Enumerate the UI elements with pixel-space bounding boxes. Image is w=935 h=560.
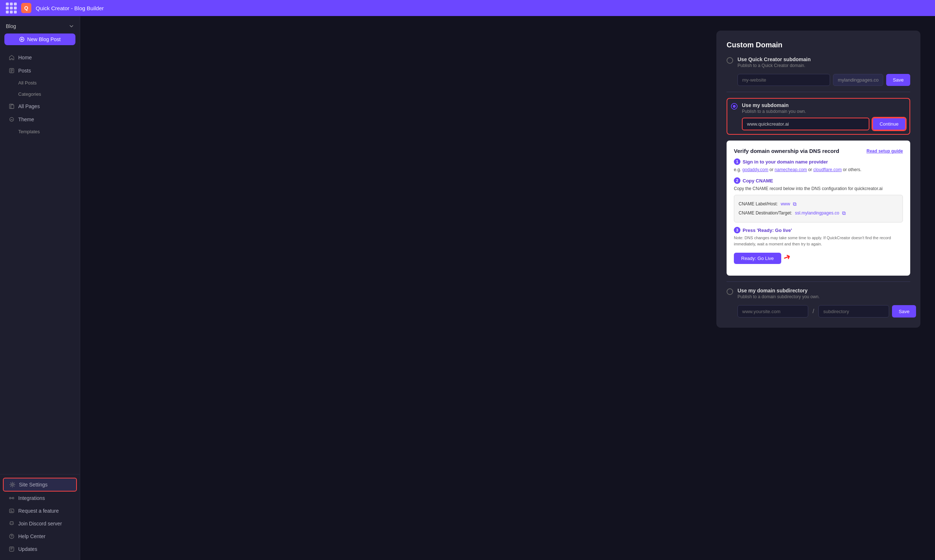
dns-step-1: 1 Sign in to your domain name provider e…: [734, 158, 903, 173]
sidebar-item-updates[interactable]: Updates: [3, 543, 77, 555]
app-logo: Q: [21, 3, 31, 13]
main-content: Custom Domain Use Quick Creator subdomai…: [80, 16, 935, 560]
cloudflare-link[interactable]: cloudflare.com: [813, 167, 842, 172]
sidebar-item-all-pages[interactable]: All Pages: [3, 100, 77, 112]
quick-creator-suffix: mylandingpages.co: [833, 74, 883, 86]
layout: Blog New Blog Post Home Posts: [0, 16, 935, 560]
namecheap-link[interactable]: namecheap.com: [775, 167, 807, 172]
option-subdirectory-label: Use my domain subdirectory: [738, 288, 819, 294]
quick-creator-save-button[interactable]: Save: [886, 74, 910, 86]
copy-label-icon[interactable]: ⧉: [793, 200, 796, 209]
sidebar-item-all-posts[interactable]: All Posts: [3, 78, 77, 88]
cname-label-val: www: [781, 200, 790, 208]
svg-point-12: [11, 537, 12, 538]
divider-2: [727, 282, 910, 282]
radio-my-subdomain[interactable]: [731, 103, 738, 109]
dns-step-3: 3 Press 'Ready: Go live' Note: DNS chang…: [734, 227, 903, 264]
dns-step-3-title: 3 Press 'Ready: Go live': [734, 227, 903, 233]
radio-quick-creator[interactable]: [727, 57, 733, 64]
feature-icon: [9, 508, 15, 514]
cname-dest-val: ssl.mylandingpages.co: [795, 209, 839, 217]
sidebar-item-discord[interactable]: Join Discord server: [3, 517, 77, 530]
slash-separator: /: [811, 305, 816, 317]
dns-verification-box: Verify domain ownership via DNS record R…: [727, 140, 910, 275]
svg-rect-3: [11, 105, 14, 109]
cname-box: CNAME Label/Host: www ⧉ CNAME Destinatio…: [734, 195, 903, 223]
svg-rect-8: [9, 509, 14, 513]
subdomain-input-row: Continue: [742, 118, 906, 130]
chevron-down-icon: [69, 24, 74, 29]
sidebar-bottom: Site Settings Integrations Request a fea…: [0, 474, 80, 555]
quick-creator-input-row: mylandingpages.co Save: [738, 74, 910, 86]
grid-icon[interactable]: [6, 3, 17, 14]
option-my-subdomain-desc: Publish to a subdomain you own.: [742, 109, 806, 114]
new-blog-post-button[interactable]: New Blog Post: [5, 34, 76, 45]
subdirectory-save-button[interactable]: Save: [892, 305, 916, 317]
godaddy-link[interactable]: godaddy.com: [742, 167, 768, 172]
dns-step-2-title: 2 Copy CNAME: [734, 177, 903, 184]
sidebar-item-posts[interactable]: Posts: [3, 65, 77, 77]
sidebar-item-request-feature[interactable]: Request a feature: [3, 505, 77, 517]
dns-step-2: 2 Copy CNAME Copy the CNAME record below…: [734, 177, 903, 223]
cname-dest-row: CNAME Destination/Target: ssl.mylandingp…: [739, 209, 898, 218]
updates-icon: [9, 546, 15, 552]
divider-1: [727, 92, 910, 92]
copy-dest-icon[interactable]: ⧉: [842, 209, 846, 218]
svg-point-5: [12, 484, 14, 486]
subdirectory-path-input[interactable]: [818, 305, 889, 317]
read-setup-guide-link[interactable]: Read setup guide: [867, 149, 903, 154]
discord-icon: [9, 521, 15, 526]
dns-note-text: Note: DNS changes may take some time to …: [734, 235, 903, 247]
sidebar-item-help-center[interactable]: Help Center: [3, 530, 77, 543]
dns-step-1-title: 1 Sign in to your domain name provider: [734, 158, 903, 165]
posts-icon: [9, 68, 15, 74]
option-domain-subdirectory: Use my domain subdirectory Publish to a …: [727, 288, 910, 299]
sidebar-item-site-settings[interactable]: Site Settings: [3, 478, 77, 492]
integrations-icon: [9, 495, 15, 501]
domain-panel: Custom Domain Use Quick Creator subdomai…: [716, 31, 920, 328]
go-live-button[interactable]: Ready: Go Live: [734, 253, 781, 264]
dns-step-1-body: e.g. godaddy.com or namecheap.com or clo…: [734, 166, 903, 173]
subdomain-option-container: Use my subdomain Publish to a subdomain …: [727, 98, 910, 135]
topbar: Q Quick Creator - Blog Builder: [0, 0, 935, 16]
sidebar-item-home[interactable]: Home: [3, 51, 77, 64]
subdomain-input[interactable]: [742, 118, 869, 130]
sidebar: Blog New Blog Post Home Posts: [0, 16, 80, 560]
home-icon: [9, 55, 15, 60]
radio-domain-subdirectory[interactable]: [727, 288, 733, 295]
sidebar-item-integrations[interactable]: Integrations: [3, 492, 77, 504]
sidebar-item-categories[interactable]: Categories: [3, 89, 77, 99]
theme-icon: [9, 117, 15, 122]
option-quick-creator-desc: Publish to a Quick Creator domain.: [738, 63, 811, 68]
subdirectory-domain-input[interactable]: [738, 305, 808, 317]
option-my-subdomain: Use my subdomain Publish to a subdomain …: [731, 102, 906, 114]
option-quick-creator-label: Use Quick Creator subdomain: [738, 57, 811, 62]
dns-step-2-body: Copy the CNAME record below into the DNS…: [734, 185, 903, 192]
settings-icon: [9, 482, 15, 488]
help-icon: [9, 534, 15, 539]
pages-icon: [9, 103, 15, 109]
sidebar-item-theme[interactable]: Theme: [3, 113, 77, 126]
option-subdirectory-desc: Publish to a domain subdirectory you own…: [738, 294, 819, 299]
sidebar-blog-header[interactable]: Blog: [0, 20, 80, 34]
option-my-subdomain-label: Use my subdomain: [742, 102, 806, 108]
option-quick-creator: Use Quick Creator subdomain Publish to a…: [727, 57, 910, 68]
cname-label-row: CNAME Label/Host: www ⧉: [739, 200, 898, 209]
quick-creator-input[interactable]: [738, 74, 830, 86]
continue-button[interactable]: Continue: [872, 118, 906, 130]
svg-point-10: [12, 523, 13, 524]
domain-panel-title: Custom Domain: [727, 41, 910, 49]
svg-point-9: [11, 523, 11, 524]
subdirectory-input-row: / Save: [738, 305, 910, 317]
plus-circle-icon: [19, 37, 25, 42]
app-title: Quick Creator - Blog Builder: [36, 5, 104, 11]
arrow-icon: ➜: [782, 251, 792, 263]
dns-box-title: Verify domain ownership via DNS record R…: [734, 148, 903, 154]
sidebar-item-templates[interactable]: Templates: [3, 126, 77, 137]
